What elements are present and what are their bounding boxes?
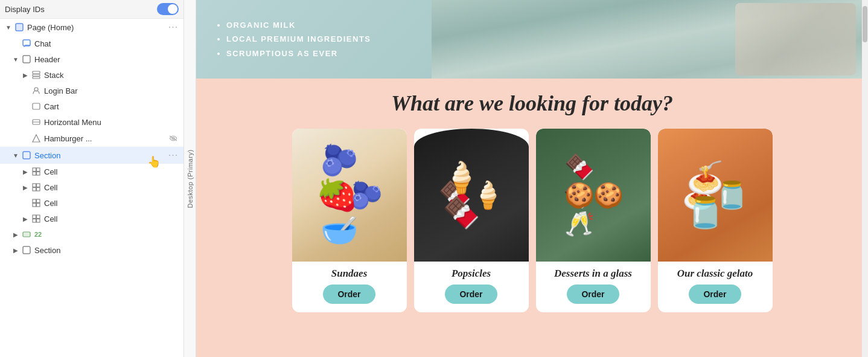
- display-ids-toggle[interactable]: [157, 3, 179, 15]
- section-1-label: Section: [34, 151, 168, 160]
- order-btn-desserts[interactable]: Order: [567, 285, 619, 304]
- order-btn-gelato[interactable]: Order: [689, 285, 741, 304]
- order-btn-sundaes[interactable]: Order: [323, 285, 375, 304]
- stack-label: Stack: [44, 71, 179, 80]
- cell-3-icon: [31, 198, 41, 208]
- scrollbar[interactable]: [862, 0, 868, 357]
- scrollbar-thumb[interactable]: [863, 6, 867, 42]
- svg-rect-29: [33, 219, 36, 223]
- chevron-section-1: [12, 152, 19, 159]
- card-name-gelato: Our classic gelato: [677, 268, 753, 280]
- cell-2-icon: [31, 182, 41, 192]
- svg-rect-3: [23, 56, 30, 63]
- tree-item-login-bar[interactable]: Login Bar: [0, 83, 183, 98]
- tree-item-chat[interactable]: Chat: [0, 36, 183, 51]
- svg-rect-28: [37, 215, 40, 219]
- card-image-gelato: 🍝🫙: [658, 129, 773, 262]
- panel-header: Display IDs: [0, 0, 183, 19]
- svg-rect-14: [23, 152, 30, 159]
- stack-icon: [31, 70, 41, 80]
- tree-item-page-home[interactable]: Page (Home) ···: [0, 19, 183, 36]
- section-2-icon: [22, 245, 31, 255]
- tree-item-cell-2[interactable]: Cell: [0, 179, 183, 195]
- page-home-more-btn[interactable]: ···: [168, 22, 179, 33]
- num-22-icon: [22, 230, 31, 239]
- tree-item-stack[interactable]: Stack: [0, 67, 183, 83]
- svg-rect-30: [37, 219, 40, 223]
- svg-rect-8: [33, 103, 40, 109]
- tree-item-horizontal-menu[interactable]: Horizontal Menu: [0, 114, 183, 130]
- tree-item-cell-4[interactable]: Cell: [0, 211, 183, 227]
- order-btn-popsicles[interactable]: Order: [445, 285, 497, 304]
- svg-rect-33: [23, 246, 30, 254]
- hero-bullet-3: Scrumptious as Ever: [226, 47, 371, 60]
- svg-rect-16: [37, 168, 40, 172]
- svg-rect-23: [33, 199, 36, 203]
- svg-rect-5: [33, 74, 40, 76]
- cell-2-label: Cell: [44, 183, 179, 192]
- svg-rect-20: [37, 184, 40, 187]
- page-icon: [14, 22, 24, 32]
- hero-bg-right: [432, 0, 868, 79]
- chevron-stack: [22, 71, 29, 79]
- card-image-popsicles: 🍫🍦: [414, 129, 529, 262]
- horizontal-menu-icon: [31, 117, 41, 127]
- tree-item-22[interactable]: 22: [0, 227, 183, 242]
- svg-rect-25: [33, 204, 36, 207]
- tree-item-cart[interactable]: Cart: [0, 98, 183, 114]
- cell-3-label: Cell: [44, 199, 179, 208]
- hero-content: Organic Milk Local Premium Ingredients S…: [196, 6, 389, 72]
- chevron-cell-4: [22, 215, 29, 222]
- header-icon: [22, 54, 31, 64]
- left-panel: Display IDs Page (Home) ··· Chat Header: [0, 0, 184, 357]
- num-22-label: 22: [34, 231, 179, 238]
- svg-marker-11: [33, 135, 40, 142]
- svg-rect-19: [33, 184, 36, 187]
- tree-item-cell-1[interactable]: Cell: [0, 164, 183, 179]
- chevron-22: [12, 231, 19, 238]
- chevron-cell-2: [22, 184, 29, 191]
- chat-label: Chat: [34, 39, 179, 48]
- page-home-actions: ···: [168, 22, 179, 33]
- cart-icon: [31, 101, 41, 111]
- chat-icon: [22, 39, 31, 48]
- cards-grid: 🍓🫐 Sundaes Order 🍫🍦 Popsicles Order 🍫🍪 D…: [208, 129, 856, 312]
- login-bar-icon: [31, 86, 41, 95]
- tree-item-header[interactable]: Header: [0, 51, 183, 67]
- svg-rect-22: [37, 188, 40, 191]
- card-name-desserts: Desserts in a glass: [554, 268, 632, 280]
- tree-item-section-2[interactable]: Section: [0, 242, 183, 258]
- hero-section: Organic Milk Local Premium Ingredients S…: [196, 0, 868, 79]
- cell-4-icon: [31, 214, 41, 224]
- hero-bullet-list: Organic Milk Local Premium Ingredients S…: [214, 18, 371, 60]
- cell-1-icon: [31, 167, 41, 176]
- canvas-panel: Organic Milk Local Premium Ingredients S…: [196, 0, 868, 357]
- pink-section: What are we looking for today? 🍓🫐 Sundae…: [196, 79, 868, 357]
- chevron-section-2: [12, 246, 19, 254]
- section-1-actions: ···: [168, 150, 179, 161]
- tree-item-cell-3[interactable]: Cell: [0, 195, 183, 211]
- hero-hands-image: [735, 3, 856, 76]
- hamburger-actions: [168, 133, 179, 144]
- viewport-label-container: Desktop (Primary): [184, 0, 196, 357]
- tree-item-hamburger[interactable]: Hamburger ...: [0, 130, 183, 147]
- card-image-desserts: 🍫🍪: [536, 129, 651, 262]
- hamburger-visibility-btn[interactable]: [168, 133, 179, 144]
- svg-rect-18: [37, 172, 40, 176]
- chevron-header: [12, 56, 19, 63]
- section-2-label: Section: [34, 246, 179, 255]
- hero-bullet-1: Organic Milk: [226, 18, 371, 32]
- login-bar-label: Login Bar: [44, 86, 179, 95]
- section-1-more-btn[interactable]: ···: [168, 150, 179, 161]
- card-image-sundaes: 🍓🫐: [292, 129, 407, 262]
- cell-4-label: Cell: [44, 214, 179, 224]
- page-home-label: Page (Home): [27, 23, 168, 32]
- svg-rect-15: [33, 168, 36, 172]
- viewport-label-text: Desktop (Primary): [187, 149, 194, 208]
- horizontal-menu-label: Horizontal Menu: [44, 118, 179, 127]
- chevron-page-home: [5, 24, 12, 31]
- tree-item-section-1[interactable]: Section ··· 👆: [0, 147, 183, 164]
- svg-rect-0: [16, 24, 23, 31]
- card-popsicles: 🍫🍦 Popsicles Order: [414, 129, 529, 312]
- card-sundaes: 🍓🫐 Sundaes Order: [292, 129, 407, 312]
